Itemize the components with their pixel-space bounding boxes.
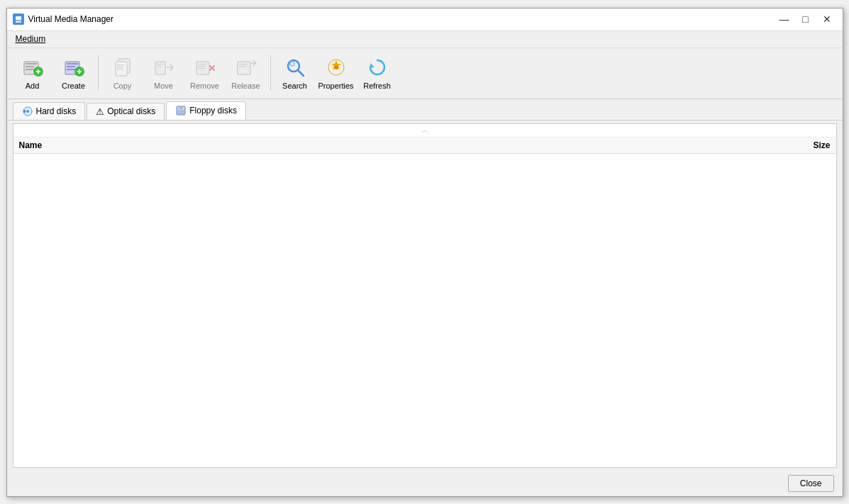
refresh-icon — [366, 56, 389, 79]
tab-floppy-disks-label: Floppy disks — [189, 106, 237, 116]
app-icon — [13, 13, 24, 25]
tab-optical-disks-label: Optical disks — [107, 106, 155, 116]
svg-rect-11 — [67, 63, 78, 65]
content-area: ︿ Name Size — [13, 123, 837, 468]
floppy-disk-icon — [175, 105, 187, 116]
copy-button[interactable]: Copy — [103, 52, 143, 94]
minimize-button[interactable]: — — [775, 11, 794, 27]
svg-line-36 — [298, 70, 304, 76]
copy-icon — [111, 56, 134, 79]
svg-rect-21 — [117, 69, 123, 70]
move-label: Move — [154, 82, 173, 90]
search-label: Search — [282, 82, 307, 90]
svg-rect-47 — [179, 107, 180, 109]
svg-rect-43 — [23, 110, 26, 113]
move-icon — [152, 56, 175, 79]
properties-button[interactable]: Properties — [316, 52, 356, 94]
create-button[interactable]: Create — [54, 52, 94, 94]
properties-label: Properties — [318, 82, 353, 90]
main-window: Virtual Media Manager — □ ✕ Medium — [6, 8, 843, 497]
hard-disk-icon — [22, 106, 33, 117]
svg-rect-33 — [239, 64, 248, 65]
separator-2 — [270, 55, 271, 91]
release-label: Release — [231, 82, 260, 90]
add-button[interactable]: Add — [13, 52, 52, 94]
svg-rect-5 — [26, 66, 34, 67]
svg-rect-12 — [67, 66, 75, 67]
refresh-button[interactable]: Refresh — [357, 52, 397, 94]
menu-medium[interactable]: Medium — [10, 33, 52, 45]
add-icon — [21, 56, 44, 79]
svg-rect-24 — [157, 66, 161, 67]
menu-bar: Medium — [7, 31, 843, 48]
remove-label: Remove — [190, 82, 219, 90]
window-close-button[interactable]: ✕ — [817, 11, 837, 27]
optical-disk-icon: ⚠ — [96, 106, 104, 117]
svg-rect-20 — [117, 67, 123, 68]
create-icon — [62, 56, 85, 79]
properties-icon — [325, 56, 348, 79]
window-title: Virtual Media Manager — [28, 14, 114, 24]
svg-rect-26 — [198, 64, 206, 65]
search-button[interactable]: Search — [275, 52, 315, 94]
svg-rect-19 — [117, 65, 124, 66]
maximize-button[interactable]: □ — [796, 11, 816, 27]
svg-rect-32 — [238, 62, 250, 74]
title-bar: Virtual Media Manager — □ ✕ — [7, 9, 843, 31]
svg-rect-4 — [26, 63, 37, 65]
refresh-label: Refresh — [363, 82, 391, 90]
column-name: Name — [19, 140, 43, 150]
footer: Close — [7, 471, 843, 496]
svg-rect-1 — [16, 16, 21, 20]
svg-rect-2 — [16, 21, 21, 23]
column-size: Size — [813, 140, 830, 150]
tabs-bar: Hard disks ⚠ Optical disks Floppy disks — [7, 99, 843, 121]
svg-rect-23 — [157, 64, 162, 65]
svg-rect-16 — [79, 69, 80, 74]
svg-rect-46 — [177, 110, 184, 114]
toolbar: Add Create — [7, 48, 843, 99]
release-icon — [235, 56, 257, 79]
svg-point-39 — [334, 65, 338, 69]
separator-1 — [98, 55, 99, 91]
create-label: Create — [62, 82, 85, 90]
remove-icon — [194, 56, 216, 79]
tab-optical-disks[interactable]: ⚠ Optical disks — [87, 103, 165, 120]
remove-button[interactable]: Remove — [185, 52, 225, 94]
move-button[interactable]: Move — [144, 52, 184, 94]
copy-label: Copy — [113, 82, 132, 90]
svg-rect-45 — [178, 106, 182, 109]
svg-rect-28 — [198, 68, 206, 69]
table-header: Name Size — [13, 138, 836, 154]
svg-marker-40 — [370, 63, 374, 67]
title-controls: — □ ✕ — [775, 11, 837, 27]
scroll-indicator: ︿ — [13, 124, 836, 138]
table-body — [13, 154, 836, 467]
tab-hard-disks[interactable]: Hard disks — [13, 102, 86, 120]
svg-rect-22 — [155, 62, 165, 74]
svg-point-42 — [26, 110, 29, 113]
svg-rect-27 — [198, 66, 205, 67]
release-button[interactable]: Release — [226, 52, 266, 94]
add-label: Add — [26, 82, 40, 90]
search-icon — [284, 56, 306, 79]
tab-floppy-disks[interactable]: Floppy disks — [166, 101, 246, 120]
title-bar-left: Virtual Media Manager — [13, 13, 114, 25]
svg-rect-9 — [38, 69, 39, 74]
svg-point-37 — [290, 62, 294, 66]
tab-hard-disks-label: Hard disks — [36, 106, 77, 116]
svg-rect-34 — [239, 66, 246, 67]
close-button[interactable]: Close — [788, 475, 834, 492]
